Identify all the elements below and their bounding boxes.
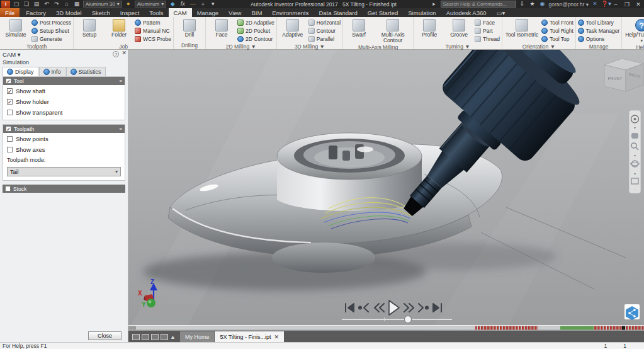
turning-face-button[interactable]: Face [475,19,500,26]
close-window-button[interactable]: ✕ [634,1,643,8]
cascade-windows-icon[interactable] [132,334,140,340]
2d-pocket-button[interactable]: 2D Pocket [237,27,274,35]
show-holder-checkbox[interactable] [7,99,13,105]
tool-group-header[interactable]: Tool « [3,77,125,85]
help-tutorials-button[interactable]: ?Help/Tutorials▾ [624,18,644,43]
minimize-button[interactable]: – [611,1,620,8]
show-axes-checkbox[interactable] [7,147,13,152]
panel-close-icon[interactable]: ✕ [121,50,127,56]
pan-hand-icon[interactable] [631,133,638,139]
chevron-down-icon[interactable]: ▾ [634,126,636,130]
tab-3d-model[interactable]: 3D Model [51,8,87,17]
pattern-button[interactable]: Pattern [135,19,171,26]
show-transparent-checkbox[interactable] [7,110,13,115]
tool-isometric-button[interactable]: Tool Isometric [504,18,539,43]
task-manager-button[interactable]: Task Manager [578,27,619,35]
user-account-dropdown[interactable]: goran@pnor.hr ▾ [549,1,589,8]
slider-thumb[interactable] [405,316,412,323]
panel-close-button[interactable]: Close [88,331,121,340]
appearance-globe-icon[interactable]: ● [125,1,132,8]
multi-axis-contour-button[interactable]: Multi-Axis Contour [375,18,411,43]
contour-button[interactable]: Contour [308,27,341,35]
simulation-timeline[interactable] [128,325,644,330]
save-icon[interactable]: ▤ [33,1,40,8]
tab-environments[interactable]: Environments [267,8,314,17]
face-button[interactable]: Face [208,18,235,43]
collapse-tabs-icon[interactable]: ▲ [170,334,176,340]
undo-icon[interactable]: ↶ [43,1,50,8]
chevron-down-icon[interactable]: ▾ [634,154,636,157]
tab-simulation[interactable]: Simulation [403,8,441,17]
panel-help-icon[interactable]: ? [113,51,119,57]
favorites-star-icon[interactable]: ★ [529,1,536,8]
swarf-button[interactable]: Swarf [345,18,373,43]
setup-button[interactable]: Setup [76,18,103,43]
a360-x-icon[interactable]: ✕ [591,1,599,8]
material-style-dropdown[interactable]: Aluminum 30▾ [83,1,122,8]
stock-group-header[interactable]: Stock [3,185,125,193]
tile-windows-icon[interactable] [142,334,149,340]
viewcube-front-face[interactable]: FRONT [608,76,622,81]
tab-inspect[interactable]: Inspect [115,8,145,17]
collapse-chevron-icon[interactable]: « [120,126,122,132]
show-points-row[interactable]: Show points [7,135,121,142]
search-arrow-icon[interactable]: ▸ [431,1,438,8]
toolpath-mode-select[interactable]: Tail▾ [7,167,121,176]
adaptive-button[interactable]: Adaptive [279,18,307,43]
tab-file[interactable]: File [0,8,20,17]
tab-get-started[interactable]: Get Started [363,8,404,17]
tab-autodesk-a360[interactable]: Autodesk A360 [441,8,492,17]
tab-statistics[interactable]: Statistics [66,67,106,76]
manual-nc-button[interactable]: Manual NC [135,27,171,35]
open-icon[interactable]: ❏ [23,1,30,8]
groove-button[interactable]: Groove [445,18,473,43]
turning-part-button[interactable]: Part [475,27,500,35]
tool-front-button[interactable]: Tool Front [541,19,573,26]
user-avatar-icon[interactable]: ◉ [539,1,546,8]
folder-button[interactable]: Folder [105,18,133,43]
tab-factory[interactable]: Factory [21,8,51,17]
new-file-icon[interactable]: ▢ [13,1,20,8]
tool-right-button[interactable]: Tool Right [541,27,573,35]
horizontal-button[interactable]: Horizontal [308,19,341,26]
show-axes-row[interactable]: Show axes [7,146,121,153]
turning-thread-button[interactable]: Thread [475,35,500,43]
options-button[interactable]: Options [578,35,619,43]
show-points-checkbox[interactable] [7,136,13,142]
drill-button[interactable]: Drill [176,18,203,42]
show-shaft-row[interactable]: Show shaft [7,88,121,94]
search-input[interactable] [441,1,516,8]
tool-top-button[interactable]: Tool Top [541,35,573,43]
timeline-position-marker[interactable] [622,326,625,330]
show-transparent-row[interactable]: Show transparent [7,109,121,116]
nav-more-icon[interactable]: ◦ [634,188,635,192]
tool-library-button[interactable]: Tool Library [578,19,619,26]
redo-icon[interactable]: ↷ [53,1,60,8]
qat-customize-icon[interactable]: ▾ [209,1,217,8]
inventor-logo-icon[interactable]: I [1,1,10,8]
panel-title-dropdown[interactable]: CAM ▾ [3,51,21,58]
appearance-dropdown[interactable]: Aluminum▾ [135,1,167,8]
horizontal-split-icon[interactable] [151,334,159,340]
post-process-button[interactable]: Post Process [31,19,71,26]
plus-icon[interactable]: ＋ [199,1,206,8]
tab-info[interactable]: Info [39,67,65,76]
show-holder-row[interactable]: Show holder [7,98,121,105]
close-tab-icon[interactable]: ✕ [274,334,279,340]
parallel-button[interactable]: Parallel [308,35,341,43]
home-icon[interactable]: ⌂ [63,1,71,8]
2d-contour-button[interactable]: 2D Contour [237,35,274,43]
adjust-icon[interactable]: ◆ [169,1,176,8]
chevron-down-icon[interactable]: ▾ [634,172,636,176]
tab-bim[interactable]: BIM [246,8,267,17]
stock-group-checkbox[interactable] [5,186,11,192]
tab-document[interactable]: 5X Tilting - Finis...ipt✕ [215,331,284,342]
help-menu-icon[interactable]: ❓▾ [601,1,609,8]
show-shaft-checkbox[interactable] [7,88,13,94]
tool-group-checkbox[interactable] [6,78,11,84]
tab-sketch[interactable]: Sketch [87,8,115,17]
image-capture-icon[interactable]: ▦ [73,1,81,8]
fx-parameters-icon[interactable]: fx [179,1,186,8]
setup-sheet-button[interactable]: Setup Sheet [31,27,71,35]
share-badge[interactable] [624,304,640,320]
